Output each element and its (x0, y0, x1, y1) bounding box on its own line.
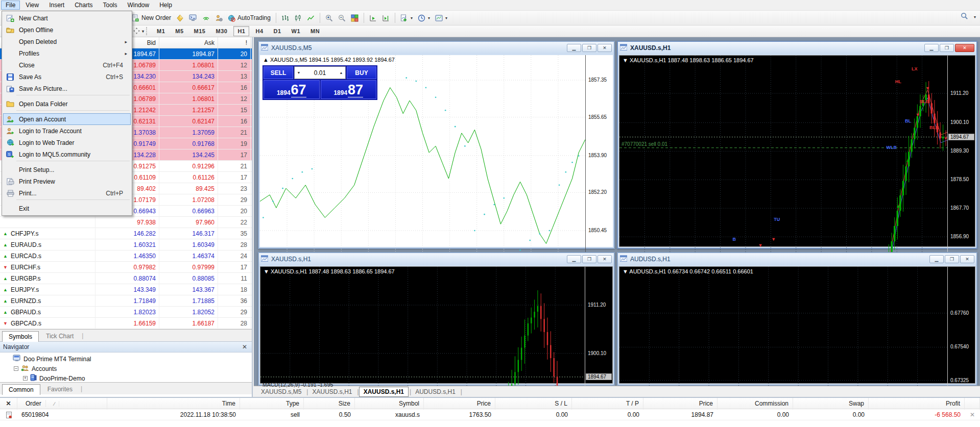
market-watch-row[interactable]: ▼GBPCAD.s 1.66159 1.66187 28 (0, 318, 252, 329)
zoom-in-button[interactable] (323, 13, 335, 23)
chart-canvas[interactable]: 1911.201900.101889.301878.501867.701856.… (260, 266, 613, 384)
chart-shift-button[interactable] (380, 13, 392, 23)
chart-tab[interactable]: XAUUSD.s,H1 (308, 387, 356, 396)
col-time[interactable]: Time (107, 398, 240, 410)
market-watch-row[interactable]: ▲CHFJPY.s 146.282 146.317 35 (0, 228, 252, 239)
column-spread[interactable]: ! (218, 37, 251, 48)
chart-canvas[interactable]: 0.677600.675400.673250.671050.668900.666… (619, 266, 975, 384)
minimize-button[interactable]: ▁ (567, 255, 581, 263)
restore-button[interactable]: ❐ (582, 44, 596, 52)
restore-button[interactable]: ❐ (945, 255, 959, 263)
chart-titlebar[interactable]: XAUUSD.s,H1 ▁ ❐ ✕ (618, 42, 976, 54)
close-button[interactable]: ✕ (960, 255, 974, 263)
volume-value[interactable]: 0.01 (303, 69, 337, 77)
chart-titlebar[interactable]: XAUUSD.s,H1 ▁ ❐ ✕ (259, 253, 614, 265)
chart-window-xauusd-m5[interactable]: XAUUSD.s,M5 ▁ ❐ ✕ 1857.351855.651853.901… (258, 41, 615, 249)
period-button[interactable]: MN (306, 26, 324, 36)
file-menu-item[interactable] (16, 199, 130, 202)
chart-tab[interactable]: AUDUSD.s,H1 (411, 387, 460, 396)
tree-expand-icon[interactable]: + (23, 376, 28, 381)
templates-button[interactable]: ▾ (433, 13, 449, 23)
order-row[interactable]: 65019804 2022.11.18 10:38:50 sell 0.50 x… (0, 409, 980, 420)
chart-tab[interactable]: XAUUSD.s,M5 (257, 387, 305, 396)
restore-button[interactable]: ❐ (582, 255, 596, 263)
navigator-tree-item[interactable]: − Accounts (0, 364, 252, 373)
buy-price-panel[interactable]: 1894 87 (321, 80, 377, 99)
column-ask[interactable]: Ask (159, 37, 218, 48)
chart-window-audusd-h1[interactable]: AUDUSD.s,H1 ▁ ❐ ✕ 0.677600.675400.673250… (617, 252, 977, 386)
period-button[interactable]: H1 (233, 26, 249, 36)
bar-chart-button[interactable] (279, 13, 291, 23)
line-chart-button[interactable] (305, 13, 317, 23)
file-menu-item[interactable] (16, 110, 130, 113)
file-menu-item[interactable]: Save As Ctrl+S (3, 71, 131, 83)
orders-table-header[interactable]: ✕ Order∕ Time Type Size Symbol Price S /… (0, 398, 980, 409)
file-menu-item[interactable]: Close Ctrl+F4 (3, 59, 131, 71)
volume-stepper[interactable]: ▼ 0.01 ▲ (294, 66, 346, 79)
chart-window-xauusd-h1[interactable]: XAUUSD.s,H1 ▁ ❐ ✕ 1911.201900.101889.301… (258, 252, 615, 386)
zoom-out-button[interactable] (336, 13, 348, 23)
terminal-close-icon[interactable]: ✕ (0, 398, 17, 410)
col-order[interactable]: Order∕ (17, 398, 107, 410)
file-menu-item[interactable]: New Chart (3, 12, 131, 24)
file-menu-item[interactable] (16, 95, 130, 97)
menu-item[interactable]: Help (155, 1, 177, 10)
period-button[interactable]: M15 (190, 26, 210, 36)
period-button[interactable]: M1 (153, 26, 169, 36)
periods-button[interactable]: ▾ (416, 13, 432, 23)
menu-item[interactable]: View (21, 1, 43, 10)
volume-down-icon[interactable]: ▼ (295, 71, 303, 74)
indicators-button[interactable]: ▾ (398, 13, 415, 23)
signals-button[interactable] (200, 13, 212, 23)
menu-item[interactable]: Tools (99, 1, 122, 10)
close-button[interactable]: ✕ (955, 44, 974, 52)
col-size[interactable]: Size (304, 398, 355, 410)
toolbar-grip[interactable] (146, 27, 149, 35)
search-icon[interactable] (961, 12, 968, 21)
market-watch-row[interactable]: ▼EURCHF.s 0.97982 0.97999 17 (0, 262, 252, 273)
col-price-current[interactable]: Price (643, 398, 718, 410)
minimize-button[interactable]: ▁ (924, 44, 939, 52)
close-button[interactable]: ✕ (597, 44, 612, 52)
col-type[interactable]: Type (240, 398, 304, 410)
close-button[interactable]: ✕ (597, 255, 612, 263)
market-watch-row[interactable]: ▲EURCAD.s 1.46350 1.46374 24 (0, 250, 252, 262)
col-profit[interactable]: Profit (869, 398, 965, 410)
tab-favorites[interactable]: Favorites (41, 384, 79, 394)
menu-item[interactable]: Window (123, 1, 154, 10)
period-button[interactable]: M30 (211, 26, 231, 36)
market-watch-row[interactable]: ▲EURJPY.s 143.349 143.367 18 (0, 284, 252, 295)
chart-window-xauusd-h1-active[interactable]: XAUUSD.s,H1 ▁ ❐ ✕ 1911.201900.101889.301… (617, 41, 977, 249)
restore-button[interactable]: ❐ (940, 44, 954, 52)
col-swap[interactable]: Swap (793, 398, 869, 410)
crosshair-tool-icon[interactable] (133, 27, 140, 36)
chart-tab[interactable]: XAUUSD.s,H1 (359, 387, 409, 397)
file-menu-item[interactable]: Open Deleted ▸ (3, 36, 131, 47)
tab-tick-chart[interactable]: Tick Chart (39, 331, 80, 341)
file-menu-item[interactable]: Print Preview (3, 175, 131, 187)
chart-canvas[interactable]: 1857.351855.651853.901852.201850.451848.… (260, 55, 613, 247)
col-tp[interactable]: T / P (572, 398, 643, 410)
chart-titlebar[interactable]: AUDUSD.s,H1 ▁ ❐ ✕ (618, 253, 976, 265)
tree-expand-icon[interactable]: − (14, 366, 18, 371)
market-watch-row[interactable]: 97.938 97.960 22 (0, 217, 252, 228)
col-commission[interactable]: Commission (718, 398, 793, 410)
market-watch-row[interactable]: ▲EURGBP.s 0.88074 0.88085 11 (0, 273, 252, 284)
marker-button[interactable] (174, 13, 186, 23)
autotrading-button[interactable]: AutoTrading (226, 13, 273, 23)
file-menu-item[interactable] (16, 161, 130, 163)
sell-price-panel[interactable]: 1894 67 (264, 80, 320, 99)
navigator-close-icon[interactable]: ✕ (241, 341, 249, 353)
chart-titlebar[interactable]: XAUUSD.s,M5 ▁ ❐ ✕ (259, 42, 614, 54)
auto-scroll-button[interactable] (367, 13, 379, 23)
tile-windows-button[interactable] (349, 13, 361, 23)
market-watch-row[interactable]: ▲EURNZD.s 1.71849 1.71885 36 (0, 295, 252, 307)
tool-dropdown-chevron-icon[interactable]: ▾ (142, 29, 144, 34)
volume-up-icon[interactable]: ▲ (337, 71, 345, 74)
period-button[interactable]: D1 (270, 26, 285, 36)
file-menu-item[interactable]: Open Offline (3, 24, 131, 36)
toolbar-overflow-chevron-icon[interactable]: ▾ (974, 15, 976, 19)
period-button[interactable]: H4 (251, 26, 267, 36)
order-close-icon[interactable]: ✕ (965, 409, 980, 420)
col-sl[interactable]: S / L (495, 398, 572, 410)
